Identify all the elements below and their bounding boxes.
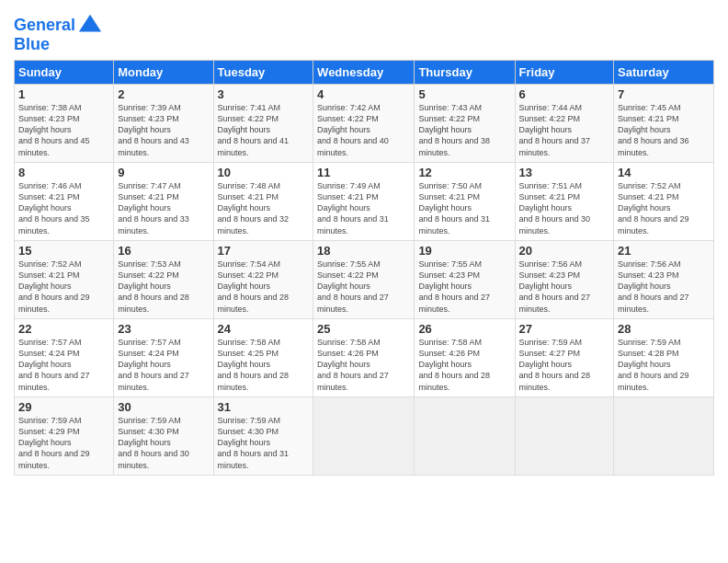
day-number: 27 [519,322,610,336]
day-info: Sunrise: 7:38 AMSunset: 4:23 PMDaylight … [18,103,90,157]
calendar-cell: 9Sunrise: 7:47 AMSunset: 4:21 PMDaylight… [114,163,213,241]
day-header-tuesday: Tuesday [213,61,313,85]
day-info: Sunrise: 7:43 AMSunset: 4:22 PMDaylight … [418,103,490,157]
day-number: 6 [519,87,610,101]
day-info: Sunrise: 7:59 AMSunset: 4:30 PMDaylight … [118,416,189,470]
day-number: 21 [618,244,710,258]
calendar-cell: 30Sunrise: 7:59 AMSunset: 4:30 PMDayligh… [114,397,213,476]
day-number: 13 [519,166,610,179]
day-info: Sunrise: 7:44 AMSunset: 4:22 PMDaylight … [519,103,591,157]
calendar-cell: 27Sunrise: 7:59 AMSunset: 4:27 PMDayligh… [515,319,614,397]
calendar-cell: 1Sunrise: 7:38 AMSunset: 4:23 PMDaylight… [15,85,114,163]
calendar-cell: 4Sunrise: 7:42 AMSunset: 4:22 PMDaylight… [313,85,415,163]
day-number: 30 [118,400,209,414]
day-number: 24 [218,322,310,336]
calendar-cell: 20Sunrise: 7:56 AMSunset: 4:23 PMDayligh… [515,241,614,319]
day-number: 5 [418,87,510,101]
day-number: 4 [317,87,410,101]
calendar-cell: 13Sunrise: 7:51 AMSunset: 4:21 PMDayligh… [515,163,614,241]
day-info: Sunrise: 7:59 AMSunset: 4:28 PMDaylight … [618,338,689,392]
calendar-cell: 21Sunrise: 7:56 AMSunset: 4:23 PMDayligh… [614,241,714,319]
calendar-container: General Blue SundayMondayTuesdayWednesda… [0,0,728,485]
day-number: 12 [418,166,510,179]
day-info: Sunrise: 7:58 AMSunset: 4:26 PMDaylight … [418,338,490,392]
day-info: Sunrise: 7:58 AMSunset: 4:25 PMDaylight … [218,338,290,392]
calendar-cell: 19Sunrise: 7:55 AMSunset: 4:23 PMDayligh… [415,241,515,319]
day-info: Sunrise: 7:55 AMSunset: 4:23 PMDaylight … [418,259,490,314]
calendar-cell: 24Sunrise: 7:58 AMSunset: 4:25 PMDayligh… [213,319,313,397]
day-number: 8 [18,166,109,179]
day-number: 7 [618,87,710,101]
day-number: 3 [218,87,310,101]
day-number: 29 [18,400,109,414]
day-number: 16 [118,244,209,258]
calendar-cell: 16Sunrise: 7:53 AMSunset: 4:22 PMDayligh… [114,241,213,319]
day-info: Sunrise: 7:57 AMSunset: 4:24 PMDaylight … [118,338,189,392]
calendar-cell: 25Sunrise: 7:58 AMSunset: 4:26 PMDayligh… [313,319,415,397]
calendar-cell: 22Sunrise: 7:57 AMSunset: 4:24 PMDayligh… [15,319,114,397]
day-info: Sunrise: 7:47 AMSunset: 4:21 PMDaylight … [118,181,189,236]
calendar-cell: 11Sunrise: 7:49 AMSunset: 4:21 PMDayligh… [313,163,415,241]
day-header-wednesday: Wednesday [313,61,415,85]
day-info: Sunrise: 7:49 AMSunset: 4:21 PMDaylight … [317,181,389,236]
calendar-cell: 14Sunrise: 7:52 AMSunset: 4:21 PMDayligh… [614,163,714,241]
day-number: 1 [18,87,109,101]
calendar-cell: 23Sunrise: 7:57 AMSunset: 4:24 PMDayligh… [114,319,213,397]
day-number: 22 [18,322,109,336]
calendar-cell: 18Sunrise: 7:55 AMSunset: 4:22 PMDayligh… [313,241,415,319]
calendar-cell: 2Sunrise: 7:39 AMSunset: 4:23 PMDaylight… [114,85,213,163]
day-info: Sunrise: 7:59 AMSunset: 4:30 PMDaylight … [218,416,290,470]
calendar-cell: 26Sunrise: 7:58 AMSunset: 4:26 PMDayligh… [415,319,515,397]
day-info: Sunrise: 7:52 AMSunset: 4:21 PMDaylight … [18,259,90,314]
svg-marker-0 [79,15,101,32]
calendar-cell: 6Sunrise: 7:44 AMSunset: 4:22 PMDaylight… [515,85,614,163]
calendar-cell: 28Sunrise: 7:59 AMSunset: 4:28 PMDayligh… [614,319,714,397]
calendar-cell: 29Sunrise: 7:59 AMSunset: 4:29 PMDayligh… [15,397,114,476]
calendar-cell: 31Sunrise: 7:59 AMSunset: 4:30 PMDayligh… [213,397,313,476]
calendar-body: 1Sunrise: 7:38 AMSunset: 4:23 PMDaylight… [15,85,714,476]
day-info: Sunrise: 7:57 AMSunset: 4:24 PMDaylight … [18,338,90,392]
day-info: Sunrise: 7:48 AMSunset: 4:21 PMDaylight … [218,181,290,236]
logo-text: General [14,17,75,35]
calendar-cell [515,397,614,476]
day-info: Sunrise: 7:56 AMSunset: 4:23 PMDaylight … [519,259,591,314]
day-number: 11 [317,166,410,179]
day-info: Sunrise: 7:42 AMSunset: 4:22 PMDaylight … [317,103,389,157]
calendar-cell [614,397,714,476]
day-number: 10 [218,166,310,179]
calendar-week-row: 8Sunrise: 7:46 AMSunset: 4:21 PMDaylight… [15,163,714,241]
day-info: Sunrise: 7:46 AMSunset: 4:21 PMDaylight … [18,181,90,236]
calendar-week-row: 22Sunrise: 7:57 AMSunset: 4:24 PMDayligh… [15,319,714,397]
day-number: 23 [118,322,209,336]
logo: General Blue [14,13,103,54]
calendar-week-row: 15Sunrise: 7:52 AMSunset: 4:21 PMDayligh… [15,241,714,319]
day-number: 18 [317,244,410,258]
calendar-table: SundayMondayTuesdayWednesdayThursdayFrid… [14,60,714,476]
calendar-cell [415,397,515,476]
calendar-cell: 5Sunrise: 7:43 AMSunset: 4:22 PMDaylight… [415,85,515,163]
calendar-cell: 10Sunrise: 7:48 AMSunset: 4:21 PMDayligh… [213,163,313,241]
calendar-header-row: SundayMondayTuesdayWednesdayThursdayFrid… [15,61,714,85]
day-number: 9 [118,166,209,179]
day-number: 20 [519,244,610,258]
day-header-thursday: Thursday [415,61,515,85]
day-info: Sunrise: 7:59 AMSunset: 4:27 PMDaylight … [519,338,591,392]
day-number: 14 [618,166,710,179]
day-header-sunday: Sunday [15,61,114,85]
calendar-week-row: 29Sunrise: 7:59 AMSunset: 4:29 PMDayligh… [15,397,714,476]
day-number: 2 [118,87,209,101]
calendar-cell: 12Sunrise: 7:50 AMSunset: 4:21 PMDayligh… [415,163,515,241]
day-info: Sunrise: 7:54 AMSunset: 4:22 PMDaylight … [218,259,290,314]
logo-icon [77,13,103,39]
day-info: Sunrise: 7:58 AMSunset: 4:26 PMDaylight … [317,338,389,392]
day-number: 19 [418,244,510,258]
day-info: Sunrise: 7:39 AMSunset: 4:23 PMDaylight … [118,103,189,157]
day-header-saturday: Saturday [614,61,714,85]
day-info: Sunrise: 7:41 AMSunset: 4:22 PMDaylight … [218,103,290,157]
calendar-cell: 8Sunrise: 7:46 AMSunset: 4:21 PMDaylight… [15,163,114,241]
day-number: 15 [18,244,109,258]
day-number: 28 [618,322,710,336]
day-info: Sunrise: 7:51 AMSunset: 4:21 PMDaylight … [519,181,591,236]
calendar-cell: 17Sunrise: 7:54 AMSunset: 4:22 PMDayligh… [213,241,313,319]
header: General Blue [14,9,714,54]
